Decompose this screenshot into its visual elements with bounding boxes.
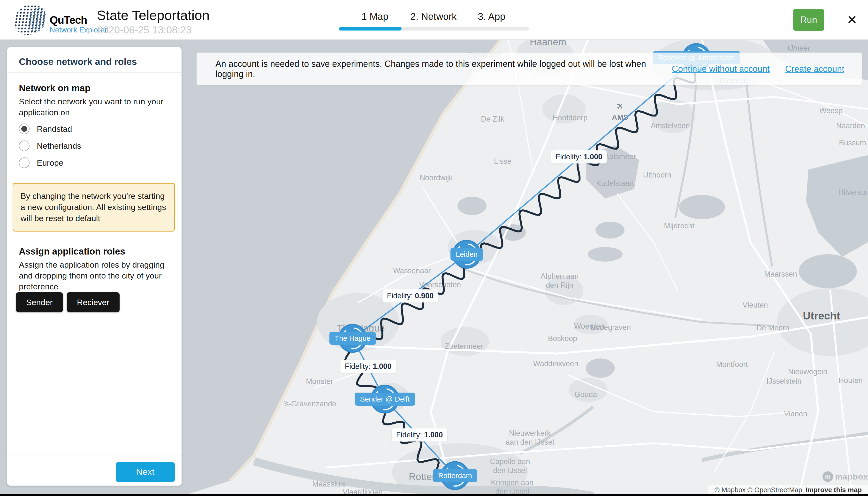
step-tabs: 1 Map2. Network3. App xyxy=(0,0,868,39)
badge-the-hague[interactable]: The Hague xyxy=(329,332,376,345)
footer-divider xyxy=(7,455,181,456)
tab-app[interactable]: 3. App xyxy=(478,11,505,22)
create-account-link[interactable]: Create account xyxy=(785,64,844,74)
network-option-randstad[interactable]: Randstad xyxy=(19,120,81,137)
step-progress-fill xyxy=(339,27,402,31)
panel-divider xyxy=(7,73,181,73)
radio-icon[interactable] xyxy=(19,124,30,134)
network-option-europe[interactable]: Europe xyxy=(19,154,81,171)
map-attribution: © Mapbox © OpenStreetMap Improve this ma… xyxy=(708,485,868,495)
tab-map[interactable]: 1 Map xyxy=(361,11,388,22)
radio-label: Netherlands xyxy=(37,141,81,151)
copyright-text[interactable]: © Mapbox © OpenStreetMap xyxy=(714,486,802,494)
continue-without-account-link[interactable]: Continue without account xyxy=(672,64,770,74)
quantum-channel-receiver-amsterdam-leiden xyxy=(481,72,695,252)
account-banner: An account is needed to save experiments… xyxy=(196,52,862,85)
panel-title: Choose network and roles xyxy=(19,57,137,67)
radio-label: Randstad xyxy=(37,124,72,134)
bottom-bar xyxy=(0,494,868,496)
radio-label: Europe xyxy=(37,158,63,168)
quantum-channel-sender-delft-rotterdam xyxy=(383,414,439,477)
roles-section-heading: Assign application roles xyxy=(19,246,125,257)
link-receiver-amsterdam-leiden xyxy=(467,58,696,254)
header: QuTech Network Explorer State Teleportat… xyxy=(0,0,868,40)
badge-sender-delft[interactable]: Sender @ Delft xyxy=(355,392,415,406)
app-window: HaarlemZandvoortAmsterdamIJmeerDiemenWee… xyxy=(0,0,868,496)
banner-links: Continue without accountCreate account xyxy=(672,64,844,74)
header-divider xyxy=(836,0,836,39)
mapbox-logo[interactable]: m mapbox xyxy=(822,471,868,482)
link-leiden-the-hague xyxy=(353,254,467,338)
network-options: RandstadNetherlandsEurope xyxy=(19,120,81,171)
close-icon[interactable]: ✕ xyxy=(842,10,862,30)
next-button[interactable]: Next xyxy=(116,462,175,482)
badge-rotterdam[interactable]: Rotterdam xyxy=(433,469,477,482)
radio-icon[interactable] xyxy=(19,140,30,151)
network-option-netherlands[interactable]: Netherlands xyxy=(19,137,81,154)
network-warning: By changing the network you’re starting … xyxy=(13,183,175,232)
role-chip-sender[interactable]: Sender xyxy=(16,292,63,312)
improve-map-link[interactable]: Improve this map xyxy=(806,486,862,494)
quantum-channel-the-hague-sender-delft xyxy=(345,353,377,390)
radio-icon[interactable] xyxy=(19,157,30,168)
tab-network[interactable]: 2. Network xyxy=(410,11,456,22)
run-button[interactable]: Run xyxy=(793,9,824,31)
network-section-description: Select the network you want to run your … xyxy=(19,96,164,118)
quantum-channel-leiden-the-hague xyxy=(364,268,465,339)
roles-section-description: Assign the application roles by dragging… xyxy=(19,259,175,292)
mapbox-logo-text: mapbox xyxy=(835,472,868,481)
config-panel: Choose network and roles Network on map … xyxy=(7,47,181,485)
role-chips: SenderReciever xyxy=(16,292,119,312)
mapbox-logo-icon: m xyxy=(822,471,833,482)
network-section-heading: Network on map xyxy=(19,83,91,93)
role-chip-reciever[interactable]: Reciever xyxy=(67,292,119,312)
link-sender-delft-rotterdam xyxy=(385,399,455,476)
step-progress-track xyxy=(339,27,529,31)
banner-message: An account is needed to save experiments… xyxy=(215,59,672,79)
badge-leiden[interactable]: Leiden xyxy=(450,248,483,261)
